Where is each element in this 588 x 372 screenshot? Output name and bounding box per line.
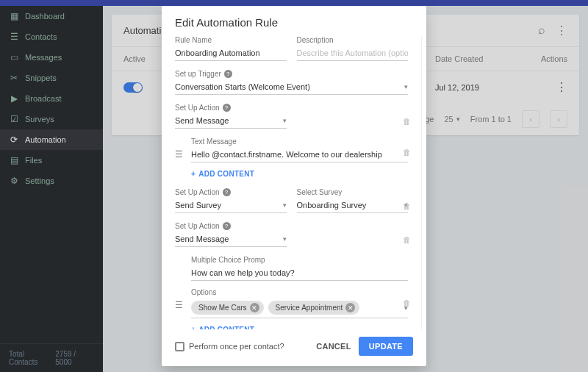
help-icon[interactable]: ? (224, 70, 232, 78)
rule-name-label: Rule Name (175, 36, 287, 44)
help-icon[interactable]: ? (223, 222, 231, 230)
modal-overlay: Edit Automation Rule Rule Name Descripti… (0, 0, 588, 372)
trash-icon[interactable]: 🗑 (403, 117, 411, 126)
update-button[interactable]: UPDATE (359, 337, 413, 356)
action3-label: Set Up Action (175, 222, 220, 230)
cancel-button[interactable]: CANCEL (316, 342, 351, 351)
edit-automation-modal: Edit Automation Rule Rule Name Descripti… (162, 6, 426, 366)
action1-select[interactable]: Send Message▾ (175, 113, 287, 129)
trigger-label: Set up Trigger (175, 70, 221, 78)
action1-label: Set Up Action (175, 104, 220, 112)
list-icon: ☰ (175, 300, 183, 310)
select-survey-select[interactable]: Onboarding Survey▾ (297, 198, 409, 213)
options-chips[interactable]: Show Me Cars✕ Service Appointment✕ ▾ (191, 298, 408, 318)
trash-icon[interactable]: 🗑 (403, 235, 411, 244)
text-message-label: Text Message (191, 137, 408, 146)
select-survey-label: Select Survey (297, 188, 409, 196)
perform-once-checkbox[interactable] (175, 342, 184, 351)
action3-select[interactable]: Send Message▾ (175, 232, 287, 247)
action2-label: Set Up Action (175, 188, 220, 196)
trash-icon[interactable]: 🗑 (403, 298, 411, 307)
chip: Service Appointment✕ (268, 301, 360, 315)
chip: Show Me Cars✕ (191, 301, 264, 315)
action2-select[interactable]: Send Survey▾ (175, 198, 287, 213)
options-label: Options (191, 288, 408, 296)
trash-icon[interactable]: 🗑 (403, 201, 411, 210)
text-message-input[interactable] (191, 147, 408, 162)
description-label: Description (297, 36, 409, 44)
modal-title: Edit Automation Rule (162, 6, 426, 36)
add-content-button[interactable]: ADD CONTENT (191, 170, 408, 178)
help-icon[interactable]: ? (223, 104, 231, 112)
list-icon: ☰ (175, 149, 183, 160)
help-icon[interactable]: ? (223, 188, 231, 196)
rule-name-input[interactable] (175, 46, 287, 61)
chip-remove-icon[interactable]: ✕ (250, 303, 259, 312)
multiple-choice-label: Multiple Choice Promp (191, 256, 408, 264)
chip-remove-icon[interactable]: ✕ (345, 303, 355, 312)
perform-once-label: Perform once per contact? (189, 342, 284, 351)
description-input[interactable] (297, 46, 409, 61)
multiple-choice-input[interactable] (191, 265, 408, 281)
trash-icon[interactable]: 🗑 (403, 148, 411, 157)
trigger-select[interactable]: Conversation Starts (Welcome Event)▾ (175, 79, 408, 95)
